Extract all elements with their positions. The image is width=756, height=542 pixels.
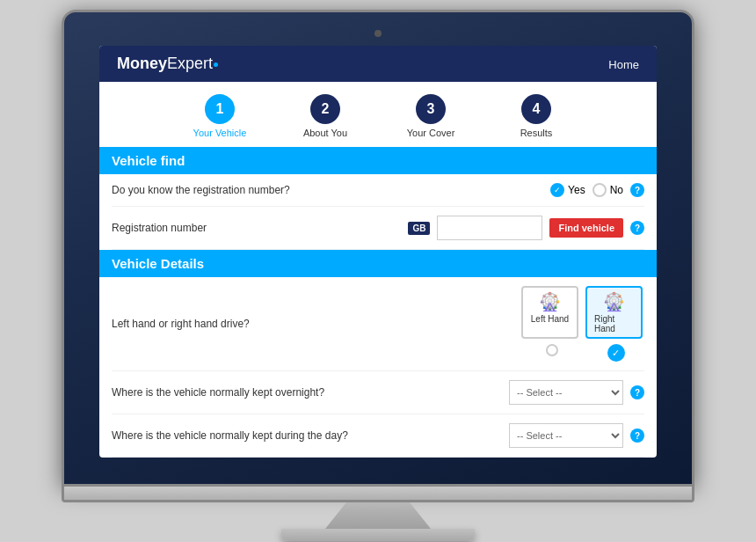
monitor: MoneyExpert Home 1 Your Vehicle 2 About … <box>62 10 694 541</box>
right-hand-label: Right Hand <box>594 314 634 333</box>
overnight-label: Where is the vehicle normally kept overn… <box>112 386 500 399</box>
day-controls: -- Select -- ? <box>509 423 644 448</box>
left-hand-btn[interactable]: 🎡 Left Hand <box>521 286 578 339</box>
vehicle-find-body: Do you know the registration number? Yes… <box>99 174 657 250</box>
step-4-circle: 4 <box>521 94 551 124</box>
yes-option[interactable]: Yes <box>550 183 585 197</box>
drive-controls: 🎡 Left Hand 🎡 Right Hand <box>521 286 644 362</box>
left-radio-wrap <box>523 344 580 362</box>
overnight-help-icon[interactable]: ? <box>630 385 644 399</box>
right-radio-wrap: ✓ <box>587 344 644 362</box>
reg-question-label: Do you know the registration number? <box>112 184 542 196</box>
reg-number-input[interactable] <box>437 216 542 240</box>
left-hand-label: Left Hand <box>531 314 569 324</box>
right-hand-icon: 🎡 <box>603 291 625 312</box>
camera <box>374 30 382 37</box>
no-label: No <box>610 184 623 196</box>
step-1-label: Your Vehicle <box>193 128 247 138</box>
logo: MoneyExpert <box>117 55 218 73</box>
monitor-base <box>62 487 694 502</box>
reg-help-icon[interactable]: ? <box>630 221 644 235</box>
screen: MoneyExpert Home 1 Your Vehicle 2 About … <box>99 46 657 458</box>
day-label: Where is the vehicle normally kept durin… <box>112 429 500 442</box>
step-4-label: Results <box>520 128 553 138</box>
overnight-row: Where is the vehicle normally kept overn… <box>112 371 644 414</box>
left-hand-icon: 🎡 <box>539 291 561 312</box>
step-2[interactable]: 2 About You <box>273 94 378 138</box>
logo-bold: Money <box>117 55 167 72</box>
step-1[interactable]: 1 Your Vehicle <box>167 94 273 138</box>
right-hand-btn[interactable]: 🎡 Right Hand <box>585 286 643 339</box>
step-2-circle: 2 <box>310 94 340 124</box>
vehicle-details-body: Left hand or right hand drive? 🎡 Left Ha… <box>99 277 657 458</box>
drive-row: Left hand or right hand drive? 🎡 Left Ha… <box>112 277 644 371</box>
overnight-controls: -- Select -- ? <box>509 380 644 405</box>
bezel-top <box>99 30 657 37</box>
step-1-circle: 1 <box>205 94 235 124</box>
drive-question-label: Left hand or right hand drive? <box>112 318 512 330</box>
drive-options-group: 🎡 Left Hand 🎡 Right Hand <box>521 286 644 362</box>
app-header: MoneyExpert Home <box>99 46 657 82</box>
reg-number-label: Registration number <box>112 222 399 234</box>
day-help-icon[interactable]: ? <box>630 428 644 443</box>
nav-home[interactable]: Home <box>608 58 639 71</box>
left-hand-radio[interactable] <box>546 344 558 356</box>
vehicle-find-header: Vehicle find <box>99 147 657 174</box>
no-option[interactable]: No <box>592 183 623 197</box>
vehicle-details-header: Vehicle Details <box>99 250 657 277</box>
reg-question-row: Do you know the registration number? Yes… <box>112 174 644 207</box>
right-hand-radio[interactable]: ✓ <box>607 344 625 362</box>
step-4[interactable]: 4 Results <box>483 94 589 138</box>
gb-badge: GB <box>408 222 430 235</box>
step-3-label: Your Cover <box>407 128 455 138</box>
monitor-neck <box>325 502 431 529</box>
yes-radio[interactable] <box>550 183 564 197</box>
yes-no-controls: Yes No ? <box>550 183 644 197</box>
drive-buttons: 🎡 Left Hand 🎡 Right Hand <box>521 286 644 339</box>
no-radio[interactable] <box>592 183 607 197</box>
drive-radios: ✓ <box>523 344 644 362</box>
steps-container: 1 Your Vehicle 2 About You 3 Your Cover … <box>99 82 657 147</box>
logo-dot <box>214 62 218 67</box>
monitor-foot <box>281 529 475 541</box>
yes-label: Yes <box>568 184 585 196</box>
step-3-circle: 3 <box>416 94 446 124</box>
screen-outer: MoneyExpert Home 1 Your Vehicle 2 About … <box>62 10 694 487</box>
day-select[interactable]: -- Select -- <box>509 423 623 448</box>
overnight-select[interactable]: -- Select -- <box>509 380 623 405</box>
reg-question-help[interactable]: ? <box>630 183 644 197</box>
logo-light: Expert <box>167 55 213 72</box>
step-2-label: About You <box>303 128 347 138</box>
nav: Home <box>608 56 639 72</box>
day-row: Where is the vehicle normally kept durin… <box>112 414 644 458</box>
reg-input-controls: GB Find vehicle ? <box>408 216 644 240</box>
find-vehicle-button[interactable]: Find vehicle <box>549 218 623 238</box>
step-3[interactable]: 3 Your Cover <box>378 94 483 138</box>
reg-number-row: Registration number GB Find vehicle ? <box>112 207 644 250</box>
